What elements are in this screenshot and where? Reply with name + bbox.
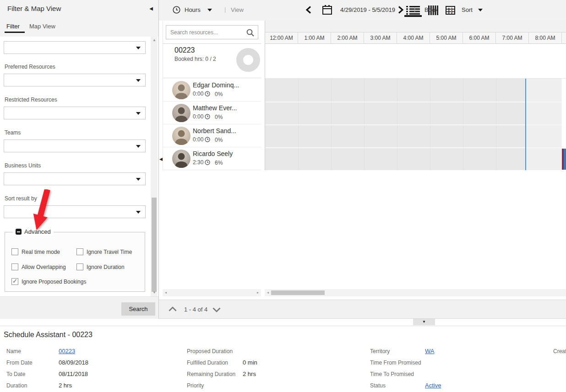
detail-value: 0 min [243, 359, 257, 366]
scroll-left-icon[interactable]: ◂ [165, 291, 167, 295]
checkbox-icon[interactable] [11, 263, 18, 270]
detail-label: Remaining Duration [187, 371, 235, 377]
clock-icon [173, 6, 180, 14]
dropdown-clipped[interactable] [4, 41, 146, 54]
checkbox-icon[interactable] [76, 263, 83, 270]
preferred-resources-dropdown[interactable] [4, 74, 146, 86]
checkbox-real-time-mode[interactable]: Real time mode [11, 248, 60, 255]
detail-value: 08/11/2018 [59, 371, 88, 377]
resource-name: Edgar Dominq... [193, 81, 239, 89]
chevron-down-icon [136, 178, 141, 181]
gantt-hscrollbar[interactable]: ◂ [265, 289, 566, 296]
detail-label-clipped: Create [553, 348, 566, 354]
restricted-resources-label: Restricted Resources [5, 97, 142, 103]
scroll-right-icon[interactable]: ▸ [257, 291, 259, 295]
detail-label: Duration [6, 382, 27, 389]
chevron-down-icon [136, 47, 141, 49]
detail-label: Territory [370, 348, 390, 354]
detail-label: Proposed Duration [187, 348, 233, 354]
resource-row[interactable]: Edgar Dominq... 0:00 0% [163, 79, 261, 102]
page-up-icon[interactable] [169, 306, 177, 311]
checkbox-checked-icon[interactable] [11, 278, 18, 285]
checkbox-icon[interactable] [76, 248, 83, 255]
previous-range-icon[interactable] [305, 6, 312, 14]
time-tick: 8:00 AM [529, 32, 562, 43]
requirement-gantt-row[interactable] [265, 44, 566, 79]
business-units-dropdown[interactable] [4, 172, 146, 185]
chevron-down-icon [136, 79, 141, 82]
teams-dropdown[interactable] [4, 140, 146, 152]
resource-hours: 0:00 [193, 91, 210, 97]
next-range-icon[interactable] [397, 6, 404, 14]
resource-row[interactable]: Matthew Ever... 0:00 0% [163, 102, 261, 124]
chevron-down-icon [136, 211, 141, 214]
resource-hours: 0:00 [193, 136, 210, 143]
checkbox-ignore-travel-time[interactable]: Ignore Travel Time [76, 248, 132, 255]
resource-hours: 0:00 [193, 113, 210, 120]
resource-row[interactable]: Norbert Sand... 0:00 0% [163, 124, 261, 147]
checkbox-icon[interactable] [11, 248, 18, 255]
scale-caret-icon[interactable] [207, 9, 212, 11]
sort-button[interactable]: Sort [462, 6, 473, 13]
panel-collapse-icon[interactable]: ◀ [149, 6, 153, 11]
resource-row[interactable]: Ricardo Seely 2:30 6% [163, 147, 261, 170]
details-title: Schedule Assistant - 00223 [4, 331, 93, 339]
red-annotation-arrow [27, 189, 68, 235]
restricted-resources-dropdown[interactable] [4, 107, 146, 119]
pagination-label: 1 - 4 of 4 [184, 306, 207, 313]
time-tick: 6:00 AM [463, 32, 496, 43]
avatar [172, 127, 190, 145]
list-view-icon[interactable] [406, 6, 420, 15]
calendar-icon[interactable] [322, 5, 332, 15]
gantt-grid[interactable] [265, 79, 561, 170]
resource-utilization: 6% [215, 160, 223, 166]
detail-value: 2 hrs [59, 382, 72, 389]
search-resources-input[interactable] [166, 25, 258, 39]
requirement-card[interactable]: 00223 Booked hrs: 0 / 2 [163, 44, 261, 78]
details-splitter-handle[interactable]: ▼ [413, 319, 435, 325]
scale-selector[interactable]: Hours [185, 6, 201, 13]
status-link[interactable]: Active [425, 382, 441, 389]
tab-map-view[interactable]: Map View [29, 23, 55, 30]
requirement-id: 00223 [174, 46, 195, 54]
booking-block[interactable] [562, 149, 566, 170]
detail-label: To Date [6, 371, 25, 377]
scroll-up-icon[interactable]: ▲ [152, 38, 156, 42]
clock-icon [205, 91, 210, 97]
hours-value: 0:00 [193, 136, 203, 143]
detail-label: Name [6, 348, 21, 354]
filter-map-panel: Filter & Map View ◀ Filter Map View Pref… [0, 0, 159, 319]
territory-link[interactable]: WA [425, 348, 434, 354]
scrollbar-thumb[interactable] [271, 290, 325, 295]
sort-caret-icon[interactable] [478, 9, 483, 11]
time-tick: 2:00 AM [331, 32, 364, 43]
checkbox-ignore-duration[interactable]: Ignore Duration [76, 263, 125, 270]
clock-icon [205, 160, 210, 165]
sort-result-by-label: Sort result by [5, 195, 142, 202]
scrollbar-thumb[interactable] [152, 198, 157, 292]
detail-value: 2 hrs [243, 371, 256, 377]
collapse-minus-icon[interactable] [16, 229, 22, 235]
page-down-icon[interactable] [212, 307, 221, 312]
checkbox-allow-overlapping[interactable]: Allow Overlapping [11, 263, 66, 270]
date-range[interactable]: 4/29/2019 - 5/5/2019 [340, 6, 395, 13]
resource-pane-hscrollbar[interactable]: ◂ ▸ [163, 289, 261, 296]
teams-label: Teams [5, 129, 142, 136]
hours-value: 2:30 [193, 159, 203, 166]
search-button[interactable]: Search [121, 302, 155, 316]
sort-result-by-dropdown[interactable] [4, 205, 146, 218]
avatar [172, 81, 190, 99]
book-button[interactable]: Book [424, 6, 438, 13]
name-link[interactable]: 00223 [59, 348, 75, 354]
checkbox-ignore-proposed-bookings[interactable]: Ignore Proposed Bookings [11, 278, 86, 285]
current-time-line [525, 79, 526, 170]
resource-name: Norbert Sand... [193, 127, 236, 134]
scroll-down-icon[interactable]: ▼ [152, 291, 156, 295]
toolbar-separator: | [224, 6, 226, 13]
resource-hours: 2:30 [193, 159, 210, 166]
scroll-left-icon[interactable]: ◂ [267, 291, 269, 295]
tab-filter[interactable]: Filter [6, 23, 20, 30]
preferred-resources-label: Preferred Resources [5, 64, 142, 70]
search-icon[interactable] [246, 29, 254, 37]
left-panel-scrollbar[interactable]: ▲ ▼ [151, 37, 158, 296]
